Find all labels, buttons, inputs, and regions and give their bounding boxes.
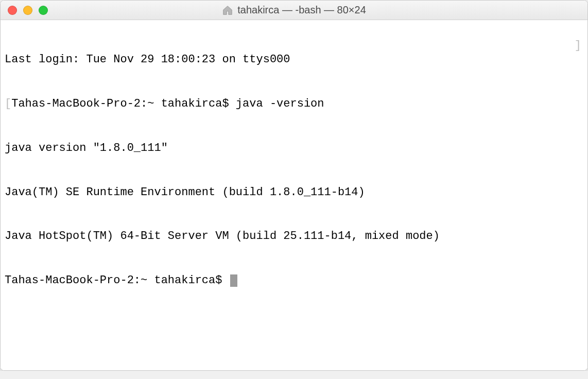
window-title-container: tahakirca — -bash — 80×24 bbox=[1, 4, 587, 16]
terminal-window: tahakirca — -bash — 80×24 Last login: Tu… bbox=[0, 0, 588, 371]
terminal-content[interactable]: Last login: Tue Nov 29 18:00:23 on ttys0… bbox=[1, 20, 587, 370]
terminal-line-java-version: java version "1.8.0_111" bbox=[5, 141, 583, 156]
minimize-button[interactable] bbox=[23, 6, 32, 15]
terminal-line-prompt2: Tahas-MacBook-Pro-2:~ tahakirca$ bbox=[5, 273, 583, 288]
traffic-lights bbox=[8, 6, 48, 15]
cursor-block bbox=[230, 274, 237, 287]
terminal-line-last-login: Last login: Tue Nov 29 18:00:23 on ttys0… bbox=[5, 53, 583, 67]
left-bracket: [ bbox=[5, 97, 11, 110]
close-button[interactable] bbox=[8, 6, 17, 15]
window-title: tahakirca — -bash — 80×24 bbox=[237, 4, 366, 16]
terminal-line-prompt1: [Tahas-MacBook-Pro-2:~ tahakirca$ java -… bbox=[5, 97, 583, 112]
terminal-line-runtime: Java(TM) SE Runtime Environment (build 1… bbox=[5, 185, 583, 200]
home-icon bbox=[222, 5, 233, 16]
maximize-button[interactable] bbox=[39, 6, 48, 15]
prompt2-text: Tahas-MacBook-Pro-2:~ tahakirca$ bbox=[5, 274, 229, 287]
titlebar[interactable]: tahakirca — -bash — 80×24 bbox=[1, 1, 587, 20]
prompt1-text: Tahas-MacBook-Pro-2:~ tahakirca$ java -v… bbox=[11, 97, 324, 110]
right-bracket: ] bbox=[575, 39, 581, 54]
terminal-line-hotspot: Java HotSpot(TM) 64-Bit Server VM (build… bbox=[5, 229, 583, 244]
